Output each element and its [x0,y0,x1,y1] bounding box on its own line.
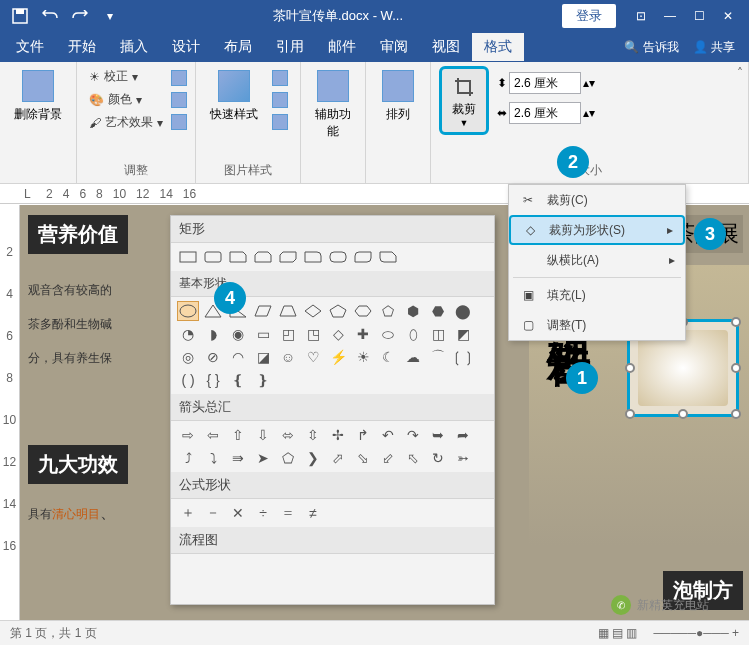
shape-round2[interactable] [327,247,349,267]
layout-icon[interactable] [272,114,288,130]
shape-divide[interactable]: ÷ [252,503,274,523]
change-picture-icon[interactable] [171,92,187,108]
shape-chord[interactable]: ◗ [202,324,224,344]
shape-lightning[interactable]: ⚡ [327,347,349,367]
shape-moon[interactable]: ☾ [377,347,399,367]
tab-home[interactable]: 开始 [56,33,108,61]
shape-teardrop[interactable]: ◉ [227,324,249,344]
shape-rect[interactable] [177,247,199,267]
reset-picture-icon[interactable] [171,114,187,130]
shape-brace2[interactable]: ❴ [227,370,249,390]
shape-smiley[interactable]: ☺ [277,347,299,367]
shape-hexagon[interactable] [352,301,374,321]
shape-foldedCorner[interactable]: ◪ [252,347,274,367]
remove-bg-button[interactable]: 删除背景 [8,66,68,127]
shape-arrow-dcallout[interactable]: ⬂ [352,448,374,468]
shape-arrow-ud[interactable]: ⇳ [302,425,324,445]
shape-diamond[interactable] [302,301,324,321]
tab-format[interactable]: 格式 [472,33,524,61]
ribbon-options-icon[interactable]: ⊡ [636,9,646,23]
shape-arrow-l[interactable]: ⇦ [202,425,224,445]
shape-bracket2[interactable]: ( ) [177,370,199,390]
collapse-ribbon-button[interactable]: ˄ [737,66,743,80]
tab-review[interactable]: 审阅 [368,33,420,61]
shape-arrow-circular[interactable]: ↻ [427,448,449,468]
quick-styles-button[interactable]: 快速样式 [204,66,264,127]
shape-halfframe[interactable]: ◰ [277,324,299,344]
shape-arrow-bent[interactable]: ↱ [352,425,374,445]
shape-diag[interactable]: ◇ [327,324,349,344]
shape-trapezoid[interactable] [277,301,299,321]
qat-customize[interactable]: ▾ [96,3,124,29]
login-button[interactable]: 登录 [562,4,616,28]
shape-notequal[interactable]: ≠ [302,503,324,523]
menu-crop-to-shape[interactable]: ◇裁剪为形状(S)▸ [509,215,685,245]
style-gallery[interactable] [268,66,292,134]
page-indicator[interactable]: 第 1 页，共 1 页 [10,625,97,642]
shape-arrow-pentagon[interactable]: ⬠ [277,448,299,468]
shape-arrow-chevron[interactable]: ❯ [302,448,324,468]
tab-view[interactable]: 视图 [420,33,472,61]
shape-arrow-curved-l[interactable]: ➦ [452,425,474,445]
share-button[interactable]: 👤 共享 [693,39,735,56]
shape-parallelogram[interactable] [252,301,274,321]
compress-icon[interactable] [171,70,187,86]
shape-dodecagon[interactable]: ⬤ [452,301,474,321]
shape-plus[interactable]: ＋ [177,503,199,523]
shape-heart[interactable]: ♡ [302,347,324,367]
shape-noSymbol[interactable]: ⊘ [202,347,224,367]
shape-can[interactable]: ⬯ [402,324,424,344]
shape-rounded-rect[interactable] [202,247,224,267]
shape-arrow-lcallout[interactable]: ⬃ [377,448,399,468]
shape-round1[interactable] [302,247,324,267]
shape-arrow-notched[interactable]: ➤ [252,448,274,468]
shape-lshape[interactable]: ◳ [302,324,324,344]
shape-blockArc[interactable]: ◠ [227,347,249,367]
shape-frame[interactable]: ▭ [252,324,274,344]
arrange-button[interactable]: 排列 [374,66,422,127]
tab-design[interactable]: 设计 [160,33,212,61]
alt-text-button[interactable]: 辅助功 能 [309,66,357,144]
shape-brace3[interactable]: ❵ [252,370,274,390]
shape-plaque[interactable]: ⬭ [377,324,399,344]
shape-arrow-rcallout[interactable]: ⬀ [327,448,349,468]
shape-heptagon[interactable]: ⬠ [377,301,399,321]
save-button[interactable] [6,3,34,29]
shape-equal[interactable]: ＝ [277,503,299,523]
tab-insert[interactable]: 插入 [108,33,160,61]
shape-snipround[interactable] [377,247,399,267]
shape-snip-diag[interactable] [277,247,299,267]
color-button[interactable]: 🎨颜色 ▾ [85,89,167,110]
maximize-button[interactable]: ☐ [694,9,705,23]
shape-arrow-striped[interactable]: ⇛ [227,448,249,468]
shape-cloud[interactable]: ☁ [402,347,424,367]
menu-crop[interactable]: ✂裁剪(C) [509,185,685,215]
tab-references[interactable]: 引用 [264,33,316,61]
shape-decagon[interactable]: ⬣ [427,301,449,321]
shape-pie[interactable]: ◔ [177,324,199,344]
shape-arc[interactable]: ⌒ [427,347,449,367]
shape-arrow-curved-r[interactable]: ➥ [427,425,449,445]
shape-arrow-swoosh[interactable]: ➳ [452,448,474,468]
shape-arrow-quad[interactable]: ✢ [327,425,349,445]
shape-cube[interactable]: ◫ [427,324,449,344]
shape-sun[interactable]: ☀ [352,347,374,367]
crop-button[interactable]: 裁剪 ▼ [439,66,489,135]
height-input[interactable]: 2.6 厘米 [509,72,581,94]
corrections-button[interactable]: ☀校正 ▾ [85,66,167,87]
shape-arrow-curved-d[interactable]: ⤵ [202,448,224,468]
shape-arrow-lr[interactable]: ⬄ [277,425,299,445]
minimize-button[interactable]: — [664,9,676,23]
shape-arrow-u[interactable]: ⇧ [227,425,249,445]
shape-donut[interactable]: ◎ [177,347,199,367]
shape-snip1[interactable] [227,247,249,267]
menu-fill[interactable]: ▣填充(L) [509,280,685,310]
shape-arrow-ucallout[interactable]: ⬁ [402,448,424,468]
shape-plus[interactable]: ✚ [352,324,374,344]
shape-oval[interactable] [177,301,199,321]
close-button[interactable]: ✕ [723,9,733,23]
menu-aspect-ratio[interactable]: 纵横比(A)▸ [509,245,685,275]
menu-fit[interactable]: ▢调整(T) [509,310,685,340]
shape-arrow-uturn[interactable]: ↶ [377,425,399,445]
view-buttons[interactable]: ▦ ▤ ▥ [598,626,638,640]
